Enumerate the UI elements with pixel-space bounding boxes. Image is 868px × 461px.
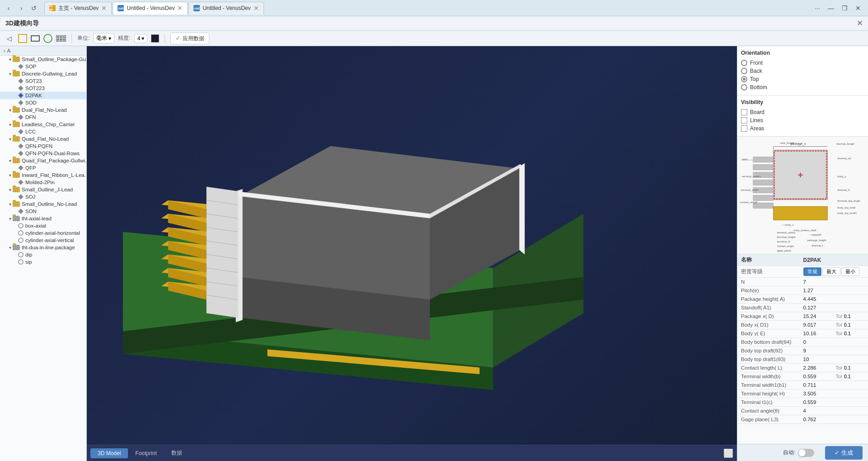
- vis-board-row[interactable]: Board: [741, 108, 864, 116]
- tree-item-sot223[interactable]: SOT223: [0, 85, 86, 92]
- prop-termt1-tol: [832, 398, 868, 407]
- vis-areas-row[interactable]: Areas: [741, 124, 864, 133]
- orient-bottom-row[interactable]: Bottom: [741, 83, 864, 91]
- props-name-value: D2PAK: [800, 254, 868, 266]
- tab-footprint[interactable]: Footprint: [128, 448, 164, 458]
- tree-item-d2pak[interactable]: D2PAK: [0, 92, 86, 99]
- cylinder-h-label: cylinder-axial-horizontal: [25, 230, 80, 236]
- tree-group-qfp[interactable]: ▾ Quad_Flat_Package-Gullwi...: [0, 157, 86, 164]
- close-button[interactable]: ✕: [852, 2, 864, 14]
- tree-group-tht-dua[interactable]: ▾ tht-dua-in-line-package: [0, 244, 86, 251]
- prec-dropdown[interactable]: 4 ▾: [134, 34, 148, 43]
- orient-top-radio[interactable]: [741, 76, 747, 82]
- vis-lines-check[interactable]: [741, 117, 747, 124]
- tree-item-box-axial[interactable]: box-axial: [0, 222, 86, 229]
- tree-group-qfn[interactable]: ▾ Quad_Flat_No-Lead: [0, 135, 86, 143]
- son-label: SON: [25, 209, 37, 214]
- tree-group-lcc[interactable]: ▾ Leadless_Chip_Carrier: [0, 121, 86, 128]
- tree-item-dip[interactable]: dip: [0, 251, 86, 258]
- orient-front-radio[interactable]: [741, 60, 747, 66]
- prop-pkgx-tol: Tol0.1: [832, 312, 868, 321]
- tree-item-son[interactable]: SON: [0, 208, 86, 215]
- forward-button[interactable]: ›: [16, 3, 26, 13]
- tree-item-sip[interactable]: sip: [0, 258, 86, 266]
- tree-item-molded2pin[interactable]: Molded-2Pin: [0, 179, 86, 186]
- vis-areas-check[interactable]: [741, 125, 747, 132]
- prop-row-pkgheight: Package height( A) 4.445: [737, 295, 868, 304]
- tree-item-sop[interactable]: SOP: [0, 63, 86, 70]
- prop-gageplane-tol: [832, 415, 868, 424]
- auto-toggle-switch[interactable]: [798, 449, 814, 457]
- app-close-button[interactable]: ✕: [857, 19, 863, 28]
- unit-dropdown[interactable]: 毫米 ▾: [93, 33, 114, 43]
- more-button[interactable]: ···: [811, 2, 824, 14]
- tree-group-son[interactable]: ▾ Small_Outline_No-Lead: [0, 200, 86, 208]
- 3d-scene[interactable]: [87, 46, 737, 445]
- density-btn-normal[interactable]: 常规: [803, 267, 821, 276]
- untitled2-tab-close[interactable]: ✕: [254, 5, 259, 12]
- untitled1-tab-close[interactable]: ✕: [177, 5, 183, 12]
- toolbar-select-icon[interactable]: ◁: [4, 33, 14, 44]
- tree-group-tht-axial[interactable]: ▾ tht-axial-lead: [0, 215, 86, 222]
- tab-untitled1[interactable]: md Untitled - VenusDev ✕: [113, 2, 188, 14]
- tree-item-soj[interactable]: SOJ: [0, 193, 86, 200]
- toolbar-grid-icon[interactable]: [56, 35, 66, 42]
- qfn-dual-label: QFN-PQFN-Dual-Rows: [25, 151, 80, 156]
- tree-item-qfp[interactable]: QFP: [0, 164, 86, 171]
- density-buttons: 常规 最大 最小: [800, 266, 868, 278]
- soj-label: SOJ: [25, 194, 35, 200]
- apply-checkmark: ✓: [175, 34, 181, 42]
- svg-rect-51: [774, 206, 828, 220]
- home-tab-close[interactable]: ✕: [101, 5, 107, 12]
- orient-front-row[interactable]: Front: [741, 59, 864, 67]
- son-folder-icon: [13, 201, 20, 207]
- 3d-viewport[interactable]: 3D Model Footprint 数据 ⬜: [87, 46, 737, 461]
- orient-back-row[interactable]: Back: [741, 67, 864, 75]
- svg-text:terminal_t1: terminal_t1: [777, 240, 791, 243]
- generate-button[interactable]: ✓ 生成: [825, 446, 863, 460]
- tab-3dmodel[interactable]: 3D Model: [90, 448, 128, 458]
- lcc-group-label: Leadless_Chip_Carrier: [22, 122, 75, 127]
- svg-rect-47: [753, 180, 774, 185]
- tree-item-cylinder-h[interactable]: cylinder-axial-horizontal: [0, 229, 86, 237]
- tree-item-qfn-dual[interactable]: QFN-PQFN-Dual-Rows: [0, 150, 86, 157]
- minimize-button[interactable]: —: [825, 2, 837, 14]
- back-button[interactable]: ‹: [4, 3, 14, 13]
- color-picker[interactable]: [151, 34, 159, 43]
- tree-group-inward[interactable]: ▾ Inward_Flat_Ribbon_L-Lea...: [0, 171, 86, 179]
- sod-icon: [18, 100, 24, 105]
- tree-item-dfn[interactable]: DFN: [0, 114, 86, 121]
- orient-back-radio[interactable]: [741, 68, 747, 74]
- toolbar-rect-icon[interactable]: [18, 34, 27, 43]
- tree-group-dfn[interactable]: ▾ Dual_Flat_No-Lead: [0, 106, 86, 114]
- density-btn-max[interactable]: 最大: [822, 267, 840, 276]
- tab-data[interactable]: 数据: [164, 447, 189, 459]
- toolbar-line-icon[interactable]: [31, 35, 40, 42]
- orient-top-row[interactable]: Top: [741, 75, 864, 83]
- svg-text:terminal_width: terminal_width: [741, 189, 758, 191]
- refresh-button[interactable]: ↺: [29, 3, 39, 13]
- tree-item-lcc[interactable]: LCC: [0, 128, 86, 135]
- tab-untitled2[interactable]: md Untitled - VenusDev ✕: [189, 2, 264, 14]
- tree-item-qfn-pqfn[interactable]: QFN-PQFN: [0, 143, 86, 150]
- tree-item-cylinder-v[interactable]: cylinder-axial-vertical: [0, 237, 86, 244]
- orient-bottom-radio[interactable]: [741, 84, 747, 90]
- tree-group-sop[interactable]: ▾ Small_Outline_Package-Gu...: [0, 56, 86, 63]
- viewport-expand-btn[interactable]: ⬜: [723, 448, 733, 458]
- toolbar-circle-icon[interactable]: [43, 34, 52, 43]
- tree-item-sot23[interactable]: SOT23: [0, 77, 86, 85]
- tht-axial-label: tht-axial-lead: [22, 216, 52, 221]
- vis-lines-row[interactable]: Lines: [741, 116, 864, 124]
- apply-data-button[interactable]: ✓ 应用数据: [170, 33, 209, 44]
- vis-board-check[interactable]: [741, 109, 747, 115]
- restore-button[interactable]: ❐: [838, 2, 851, 14]
- soj-icon: [18, 194, 24, 200]
- nav-controls: ‹ › ↺: [4, 3, 39, 13]
- tree-group-soj[interactable]: ▾ Small_Outline_J-Lead: [0, 186, 86, 193]
- tab-home[interactable]: 主页 主页 - VenusDev ✕: [44, 2, 112, 14]
- tree-collapse-btn[interactable]: ‹: [4, 48, 5, 53]
- tree-group-discrete[interactable]: ▾ Discrete-Gullwing_Lead: [0, 70, 86, 77]
- tree-item-sod[interactable]: SOD: [0, 99, 86, 106]
- discrete-toggle: ▾: [7, 71, 13, 76]
- density-btn-min[interactable]: 最小: [841, 267, 859, 276]
